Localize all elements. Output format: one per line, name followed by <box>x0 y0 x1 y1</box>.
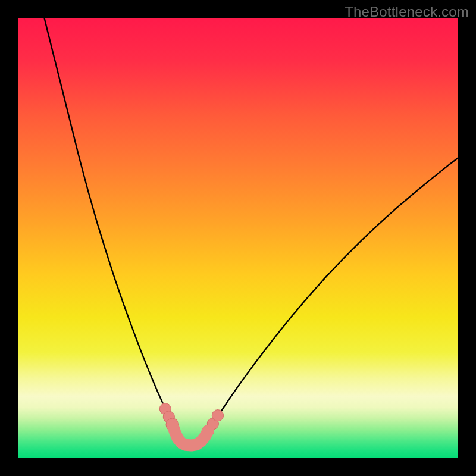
plot-area <box>18 18 458 458</box>
curve-layer <box>18 18 458 458</box>
data-marker <box>212 410 223 421</box>
right-bottleneck-curve <box>205 158 459 434</box>
valley-marker-path <box>173 425 208 446</box>
left-bottleneck-curve <box>44 18 177 434</box>
attribution-label: TheBottleneck.com <box>345 4 469 20</box>
chart-frame: TheBottleneck.com <box>0 0 476 476</box>
